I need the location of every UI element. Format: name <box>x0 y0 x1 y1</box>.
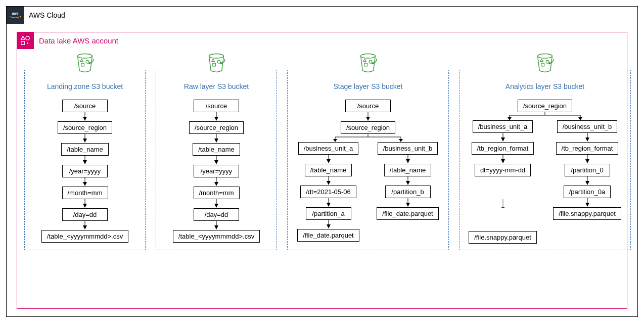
arrow-down-icon <box>82 199 87 208</box>
arrow-down-icon <box>500 133 505 142</box>
path-node: /source_region <box>518 100 572 112</box>
stage-right-chain: /business_unit_b /table_name /partition_… <box>371 142 444 242</box>
arrow-down-icon <box>585 176 590 186</box>
aws-cloud-title: AWS Cloud <box>29 11 65 19</box>
path-node: /source_region <box>58 121 112 134</box>
arrow-down-icon <box>405 176 410 186</box>
path-node: /table_name <box>384 164 432 176</box>
bucket-title: Landing zone S3 bucket <box>47 82 123 90</box>
bucket-title: Raw layer S3 bucket <box>184 82 249 90</box>
arrow-down-icon <box>326 198 331 207</box>
path-node: /file_date.parquet <box>377 207 438 220</box>
path-node: /table_name <box>61 143 109 156</box>
arrow-down-icon <box>214 112 219 121</box>
svg-point-12 <box>209 54 224 58</box>
arrow-down-icon <box>405 155 410 164</box>
path-node: /business_unit_b <box>557 120 618 133</box>
path-node: /source <box>194 100 239 112</box>
arrow-down-icon <box>82 177 87 187</box>
path-node: /file.snappy.parquet <box>553 207 621 220</box>
buckets-row: Landing zone S3 bucket /source /source_r… <box>24 70 620 250</box>
account-icon <box>17 32 34 49</box>
path-node: /file.snappy.parquet <box>469 231 537 244</box>
bucket-title: Analytics layer S3 bucket <box>505 82 584 90</box>
arrow-down-icon <box>82 134 87 143</box>
svg-point-5 <box>88 62 90 64</box>
aws-cloud-header: aws AWS Cloud <box>7 7 617 24</box>
svg-point-4 <box>78 54 93 58</box>
path-node: /day=dd <box>194 208 239 221</box>
path-node: /source_region <box>341 121 395 134</box>
arrow-down-icon <box>214 199 219 208</box>
path-node: dt=yyyy-mm-dd <box>475 164 531 176</box>
account-container: Data lake AWS account Landing zone S3 bu… <box>17 32 627 309</box>
arrow-down-icon <box>585 133 590 142</box>
path-node: /business_unit_a <box>473 120 533 133</box>
svg-rect-1 <box>21 41 24 44</box>
arrow-down-icon <box>585 155 590 164</box>
bucket-landing: Landing zone S3 bucket /source /source_r… <box>24 70 146 250</box>
account-title: Data lake AWS account <box>39 36 118 45</box>
arrow-down-icon <box>82 221 87 230</box>
path-node: /business_unit_b <box>378 142 438 155</box>
path-node: /month=mm <box>194 187 240 199</box>
path-node: /source <box>345 100 391 112</box>
bucket-stage: Stage layer S3 bucket /source /source_re… <box>287 70 449 250</box>
arrow-down-icon <box>326 176 331 186</box>
arrow-down-icon <box>326 155 331 164</box>
svg-text:aws: aws <box>12 12 18 15</box>
path-chain: /source /source_region /table_name /year… <box>41 100 128 243</box>
path-node: /year=yyyy <box>62 165 108 177</box>
s3-bucket-icon <box>356 53 380 79</box>
svg-point-13 <box>220 62 222 64</box>
path-node: /tb_region_format <box>556 142 619 155</box>
arrow-down-icon <box>326 220 331 229</box>
arrow-down-icon <box>214 221 219 230</box>
arrow-down-icon <box>214 156 219 165</box>
analytics-left-chain: /business_unit_a /tb_region_format dt=yy… <box>464 120 542 244</box>
stage-left-chain: /business_unit_a /table_name /dt=2021-05… <box>292 142 365 242</box>
path-node: /partition_0a <box>564 186 611 198</box>
path-node: /tb_region_format <box>472 142 534 155</box>
path-node: /partition_a <box>306 207 351 220</box>
path-node: /year=yyyy <box>194 165 239 177</box>
arrow-down-icon <box>214 177 219 187</box>
path-node: /table_name <box>305 164 352 176</box>
analytics-right-chain: /business_unit_b /tb_region_format /part… <box>548 120 626 244</box>
account-header: Data lake AWS account <box>17 32 612 49</box>
path-node: /partition_0 <box>565 164 610 176</box>
bucket-title: Stage layer S3 bucket <box>334 82 403 90</box>
svg-point-20 <box>361 54 376 58</box>
split-connector <box>474 112 616 120</box>
svg-point-3 <box>27 42 28 44</box>
path-node: /file_date.parquet <box>297 229 359 242</box>
path-node: /day=dd <box>62 208 108 221</box>
path-node: /partition_b <box>385 186 431 198</box>
path-node: /month=mm <box>62 187 108 199</box>
path-node: /source <box>62 100 108 112</box>
path-node: /table_<yyyymmmdd>.csv <box>173 230 260 243</box>
arrow-down-icon <box>365 112 371 121</box>
path-node: /table_<yyyymmmdd>.csv <box>41 230 128 243</box>
path-node: /table_name <box>193 143 240 156</box>
aws-logo-icon: aws <box>7 7 24 24</box>
path-node: /business_unit_a <box>298 142 359 155</box>
arrow-down-icon <box>500 176 505 231</box>
svg-point-31 <box>548 62 550 64</box>
arrow-down-icon <box>82 112 87 121</box>
path-node: /dt=2021-05-06 <box>300 186 356 198</box>
bucket-raw: Raw layer S3 bucket /source /source_regi… <box>156 70 277 250</box>
svg-point-21 <box>372 62 374 64</box>
s3-bucket-icon <box>204 53 228 79</box>
arrow-down-icon <box>585 198 590 207</box>
path-chain: /source /source_region /table_name /year… <box>173 100 260 243</box>
path-node: /source_region <box>189 121 244 134</box>
arrow-down-icon <box>214 134 219 143</box>
s3-bucket-icon <box>73 53 97 79</box>
bucket-analytics: Analytics layer S3 bucket /source_region… <box>459 70 631 250</box>
arrow-down-icon <box>500 155 505 164</box>
svg-point-2 <box>26 36 29 40</box>
arrow-down-icon <box>82 156 87 165</box>
split-connector <box>302 134 434 142</box>
aws-cloud-container: aws AWS Cloud Data lake AWS account Land… <box>6 6 638 317</box>
